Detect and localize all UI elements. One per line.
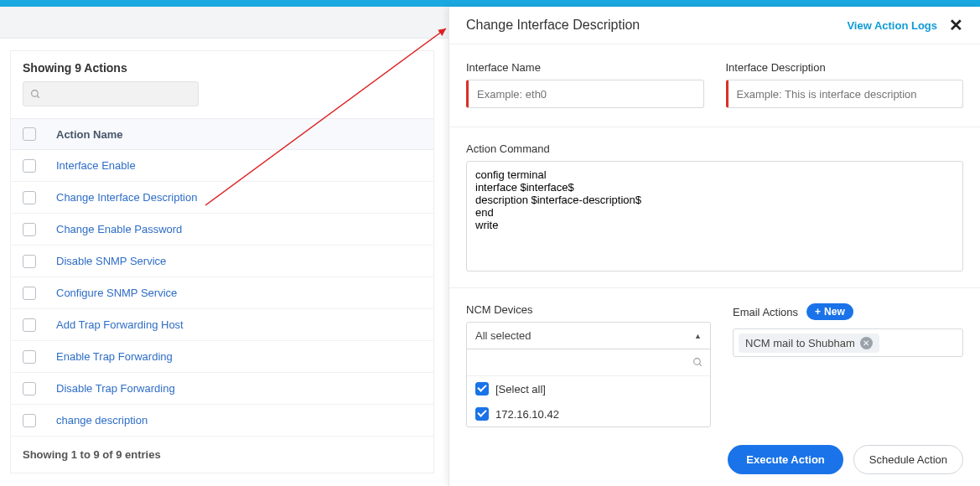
ncm-devices-label: NCM Devices	[466, 303, 711, 316]
actions-search-input[interactable]	[23, 81, 199, 106]
panel-header: Change Interface Description View Action…	[449, 7, 980, 44]
row-checkbox[interactable]	[23, 414, 36, 427]
action-link[interactable]: Change Enable Password	[56, 223, 182, 235]
action-link[interactable]: Configure SNMP Service	[56, 287, 177, 299]
chip-remove-icon[interactable]: ✕	[860, 337, 873, 349]
divider	[449, 127, 980, 127]
multiselect-option[interactable]: 172.16.10.42	[467, 401, 710, 427]
action-link[interactable]: Change Interface Description	[56, 191, 197, 204]
row-checkbox[interactable]	[23, 223, 36, 236]
svg-point-3	[694, 359, 701, 365]
svg-line-1	[37, 96, 39, 98]
email-actions-field: Email Actions + New NCM mail to Shubham …	[733, 303, 963, 427]
email-chip: NCM mail to Shubham ✕	[739, 333, 879, 353]
actions-list-panel: Showing 9 Actions Action Name Interface …	[0, 39, 444, 485]
new-button-label: New	[824, 306, 845, 318]
table-row: change description	[11, 405, 433, 437]
panel-body: Interface Name Interface Description Act…	[449, 44, 980, 444]
table-row: Disable Trap Forwarding	[11, 373, 433, 405]
row-checkbox[interactable]	[23, 159, 36, 173]
email-actions-header: Email Actions + New	[733, 303, 963, 320]
panel-footer: Execute Action Schedule Action	[728, 445, 963, 474]
select-all-checkbox[interactable]	[23, 127, 36, 141]
multiselect-search-input[interactable]	[474, 349, 692, 375]
svg-point-0	[32, 90, 39, 96]
execute-action-button[interactable]: Execute Action	[728, 445, 843, 474]
action-command-textarea[interactable]	[466, 161, 963, 271]
plus-icon: +	[815, 306, 821, 318]
interface-name-input[interactable]	[466, 80, 704, 108]
search-wrap	[11, 81, 433, 118]
multiselect-option-select-all[interactable]: [Select all]	[467, 376, 710, 401]
row-checkbox[interactable]	[23, 382, 36, 396]
interface-desc-field: Interface Description	[726, 61, 964, 108]
column-header-action-name[interactable]: Action Name	[56, 128, 122, 141]
option-label: 172.16.10.42	[495, 408, 559, 421]
actions-count-title: Showing 9 Actions	[11, 51, 433, 81]
search-icon	[692, 357, 703, 368]
row-checkbox[interactable]	[23, 287, 36, 300]
row-checkbox[interactable]	[23, 191, 36, 204]
interface-desc-label: Interface Description	[726, 61, 964, 74]
action-link[interactable]: Enable Trap Forwarding	[56, 350, 173, 363]
option-checkbox[interactable]	[475, 382, 489, 396]
schedule-action-button[interactable]: Schedule Action	[853, 445, 963, 474]
svg-line-4	[699, 364, 702, 366]
action-command-label: Action Command	[466, 142, 963, 155]
email-actions-label: Email Actions	[733, 306, 798, 318]
table-row: Disable SNMP Service	[11, 246, 433, 277]
table-row: Change Interface Description	[11, 182, 433, 214]
new-email-action-button[interactable]: + New	[806, 303, 853, 320]
interface-name-label: Interface Name	[466, 61, 704, 74]
multiselect-toggle[interactable]: All selected ▲	[467, 323, 710, 349]
search-icon	[30, 89, 41, 100]
action-link[interactable]: change description	[56, 414, 148, 427]
view-action-logs-link[interactable]: View Action Logs	[847, 19, 937, 32]
table-row: Configure SNMP Service	[11, 277, 433, 309]
interface-desc-input[interactable]	[726, 80, 964, 108]
row-checkbox[interactable]	[23, 255, 36, 268]
table-footer-text: Showing 1 to 9 of 9 entries	[11, 437, 433, 473]
second-row: NCM Devices All selected ▲ [Select all]	[466, 303, 963, 427]
row-checkbox[interactable]	[23, 350, 36, 364]
multiselect-search	[467, 349, 710, 376]
close-icon[interactable]: ✕	[949, 15, 963, 35]
table-row: Interface Enable	[11, 150, 433, 182]
table-row: Change Enable Password	[11, 214, 433, 246]
panel-header-actions: View Action Logs ✕	[847, 15, 963, 35]
ncm-devices-field: NCM Devices All selected ▲ [Select all]	[466, 303, 711, 427]
chip-label: NCM mail to Shubham	[745, 337, 855, 349]
top-accent-bar	[0, 0, 980, 7]
email-chip-container[interactable]: NCM mail to Shubham ✕	[733, 328, 963, 357]
divider	[449, 287, 980, 288]
action-link[interactable]: Interface Enable	[56, 159, 136, 172]
table-row: Add Trap Forwarding Host	[11, 309, 433, 341]
action-link[interactable]: Disable Trap Forwarding	[56, 382, 175, 395]
option-checkbox[interactable]	[475, 407, 489, 421]
actions-panel-inner: Showing 9 Actions Action Name Interface …	[10, 50, 434, 473]
action-link[interactable]: Add Trap Forwarding Host	[56, 318, 184, 331]
multiselect-summary: All selected	[475, 329, 531, 342]
action-detail-panel: Change Interface Description View Action…	[449, 7, 980, 486]
chevron-up-icon: ▲	[694, 332, 702, 340]
row-checkbox[interactable]	[23, 318, 36, 332]
action-link[interactable]: Disable SNMP Service	[56, 255, 166, 267]
table-row: Enable Trap Forwarding	[11, 341, 433, 373]
table-header: Action Name	[11, 118, 433, 150]
ncm-devices-multiselect: All selected ▲ [Select all] 172.16.10.42	[466, 322, 711, 427]
panel-title: Change Interface Description	[466, 18, 640, 33]
option-label: [Select all]	[495, 383, 546, 396]
interface-name-field: Interface Name	[466, 61, 704, 108]
field-row: Interface Name Interface Description	[466, 61, 963, 108]
